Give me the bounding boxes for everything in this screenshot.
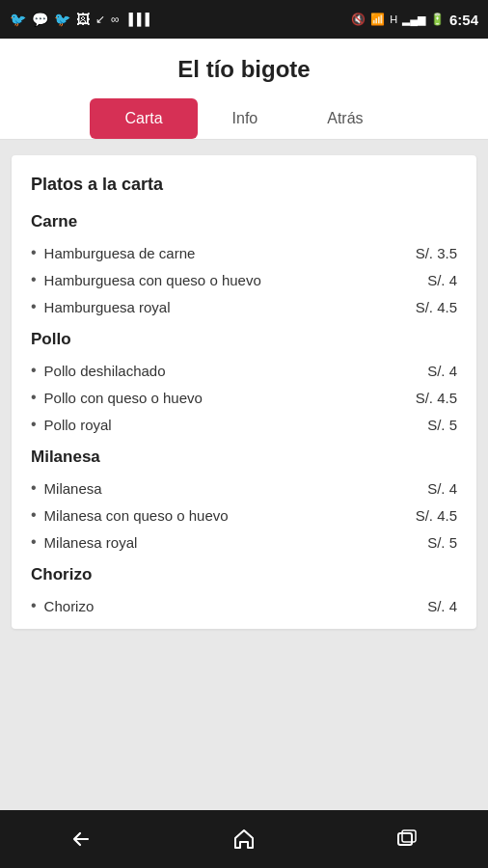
item-label: Chorizo [44,598,95,614]
tab-bar: Carta Info Atrás [0,98,488,139]
item-label: Milanesa [44,480,102,497]
status-bar: 🐦 💬 🐦 🖼 ↙ ∞ ▐▐▐ 🔇 📶 H ▂▄▆ 🔋 6:54 [0,0,488,39]
list-item: • Hamburguesa de carne S/. 3.5 [31,239,457,266]
category-pollo: Pollo [31,330,457,349]
item-price: S/. 3.5 [416,245,457,261]
status-icons-right: 🔇 📶 H ▂▄▆ 🔋 6:54 [351,12,478,28]
svg-rect-0 [398,833,412,845]
status-time: 6:54 [449,12,478,28]
bars-icon: ▐▐▐ [125,13,150,26]
item-price: S/. 4.5 [416,390,457,406]
section-title: Platos a la carta [31,175,457,195]
bullet-icon: • [31,271,37,288]
twitter-icon: 🐦 [10,12,26,27]
image-icon: 🖼 [76,12,90,27]
item-price: S/. 4 [427,363,457,379]
item-label: Pollo deshilachado [44,363,166,379]
item-label: Pollo con queso o huevo [44,390,203,406]
list-item: • Milanesa con queso o huevo S/. 4.5 [31,502,457,529]
item-price: S/. 5 [427,417,457,433]
back-button[interactable] [49,819,113,859]
page-title: El tío bigote [0,56,488,83]
item-label: Milanesa royal [44,534,138,551]
mute-icon: 🔇 [351,13,366,26]
item-price: S/. 5 [427,534,457,551]
signal-bars-icon: ▂▄▆ [402,14,425,26]
list-item: • Pollo royal S/. 5 [31,411,457,438]
content-area: Platos a la carta Carne • Hamburguesa de… [0,140,488,827]
list-item: • Pollo con queso o huevo S/. 4.5 [31,384,457,411]
bullet-icon: • [31,416,37,433]
list-item: • Hamburguesa royal S/. 4.5 [31,293,457,320]
svg-rect-1 [402,830,416,842]
wifi-icon: 📶 [370,13,385,26]
tab-info[interactable]: Info [198,98,293,139]
category-chorizo: Chorizo [31,565,457,584]
item-label: Pollo royal [44,417,112,433]
category-carne: Carne [31,212,457,231]
bullet-icon: • [31,362,37,379]
list-item: • Chorizo S/. 4 [31,592,457,619]
battery-icon: 🔋 [430,13,445,26]
list-item: • Pollo deshilachado S/. 4 [31,357,457,384]
item-price: S/. 4 [427,272,457,288]
bottom-nav [0,810,488,868]
bullet-icon: • [31,244,37,261]
bullet-icon: • [31,506,37,524]
header: El tío bigote Carta Info Atrás [0,39,488,140]
bullet-icon: • [31,533,37,551]
item-label: Hamburguesa royal [44,299,171,315]
list-item: • Hamburguesa con queso o huevo S/. 4 [31,266,457,293]
item-label: Hamburguesa con queso o huevo [44,272,261,288]
list-item: • Milanesa S/. 4 [31,475,457,502]
menu-card: Platos a la carta Carne • Hamburguesa de… [12,155,476,629]
signal-h-icon: H [390,14,397,25]
tab-atras[interactable]: Atrás [292,98,397,139]
home-button[interactable] [212,819,276,859]
category-milanesa: Milanesa [31,448,457,467]
twitter2-icon: 🐦 [54,12,70,27]
recent-apps-button[interactable] [375,819,439,859]
status-icons-left: 🐦 💬 🐦 🖼 ↙ ∞ ▐▐▐ [10,12,149,27]
bullet-icon: • [31,389,37,406]
item-price: S/. 4 [427,480,457,497]
bullet-icon: • [31,298,37,315]
list-item: • Milanesa royal S/. 5 [31,529,457,556]
item-price: S/. 4 [427,598,457,614]
item-price: S/. 4.5 [416,299,457,315]
item-price: S/. 4.5 [416,507,457,524]
messenger-icon: 💬 [32,12,48,27]
item-label: Hamburguesa de carne [44,245,196,261]
infinity-icon: ∞ [111,13,120,26]
tab-carta[interactable]: Carta [90,98,197,139]
bullet-icon: • [31,597,37,614]
bullet-icon: • [31,479,37,497]
phone-icon: ↙ [95,13,105,26]
item-label: Milanesa con queso o huevo [44,507,229,524]
